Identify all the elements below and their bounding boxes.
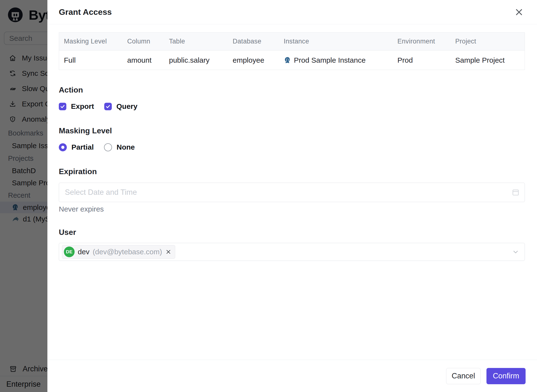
- action-option-export[interactable]: Export: [59, 102, 94, 111]
- action-heading: Action: [59, 85, 525, 95]
- modal-footer: Cancel Confirm: [47, 360, 537, 392]
- table-row: Full amount public.salary employee: [59, 51, 525, 70]
- column-header-instance: Instance: [279, 33, 393, 51]
- cell-table: public.salary: [164, 51, 228, 70]
- selected-user-tag: DE dev (dev@bytebase.com): [62, 245, 175, 259]
- masking-option-partial[interactable]: Partial: [59, 143, 94, 151]
- cell-instance: Prod Sample Instance: [279, 51, 393, 70]
- remove-user-button[interactable]: [165, 249, 172, 255]
- grant-scope-table: Masking Level Column Table Database Inst…: [59, 32, 525, 70]
- cell-database: employee: [228, 51, 279, 70]
- cell-project: Sample Project: [450, 51, 525, 70]
- action-options: Export Query: [59, 101, 525, 112]
- user-name: dev: [78, 248, 89, 256]
- grant-access-modal: Grant Access Masking Level Column Table …: [47, 0, 537, 392]
- radio-selected-icon[interactable]: [59, 143, 67, 151]
- close-button[interactable]: [513, 6, 525, 18]
- chevron-down-icon: [512, 248, 519, 256]
- postgresql-icon: [284, 56, 292, 64]
- expiration-heading: Expiration: [59, 167, 525, 176]
- cell-column: amount: [122, 51, 164, 70]
- expiration-date-input[interactable]: [59, 183, 525, 202]
- column-header-masking-level: Masking Level: [59, 33, 122, 51]
- checkbox-checked-icon[interactable]: [104, 103, 112, 110]
- checkbox-checked-icon[interactable]: [59, 103, 66, 110]
- masking-level-heading: Masking Level: [59, 126, 525, 136]
- user-select[interactable]: DE dev (dev@bytebase.com): [59, 243, 525, 261]
- cell-masking-level: Full: [59, 51, 122, 70]
- masking-option-none[interactable]: None: [104, 143, 135, 151]
- table-header-row: Masking Level Column Table Database Inst…: [59, 33, 525, 51]
- confirm-button[interactable]: Confirm: [486, 368, 526, 384]
- column-header-environment: Environment: [393, 33, 450, 51]
- column-header-table: Table: [164, 33, 228, 51]
- calendar-icon: [512, 188, 520, 196]
- column-header-database: Database: [228, 33, 279, 51]
- column-header-project: Project: [450, 33, 525, 51]
- user-heading: User: [59, 227, 525, 237]
- modal-body: Masking Level Column Table Database Inst…: [47, 24, 537, 360]
- modal-title: Grant Access: [59, 7, 112, 17]
- column-header-column: Column: [122, 33, 164, 51]
- expiration-date-field: [59, 183, 525, 202]
- expiration-help-text: Never expires: [59, 205, 525, 213]
- remove-icon: [165, 249, 172, 255]
- cell-environment: Prod: [393, 51, 450, 70]
- app-root: Byt My Issues Sync Sc: [0, 0, 537, 392]
- avatar: DE: [64, 247, 75, 257]
- action-option-query[interactable]: Query: [104, 102, 138, 111]
- radio-unselected-icon[interactable]: [104, 143, 112, 151]
- close-icon: [515, 8, 523, 17]
- user-email: (dev@bytebase.com): [93, 248, 162, 256]
- masking-level-options: Partial None: [59, 142, 525, 153]
- cancel-button[interactable]: Cancel: [446, 368, 481, 384]
- modal-header: Grant Access: [47, 0, 537, 24]
